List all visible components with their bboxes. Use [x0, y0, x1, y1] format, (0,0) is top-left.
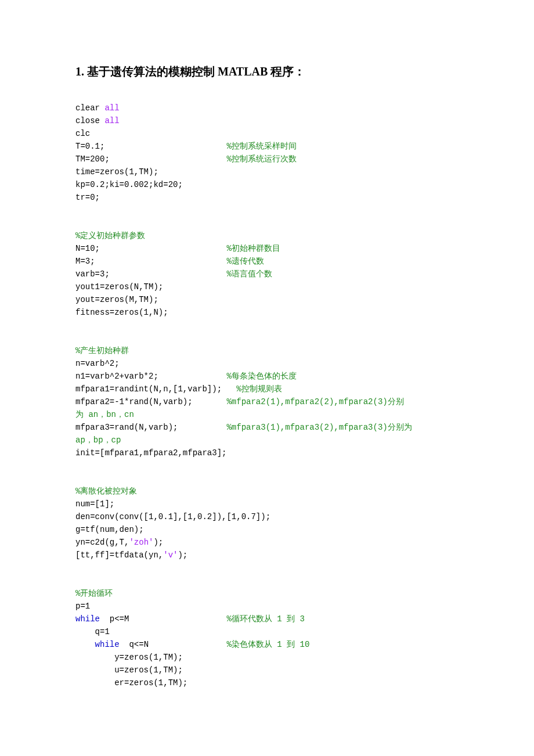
code-line: mfpara1=randint(N,n,[1,varb]); %控制规则表	[75, 384, 282, 394]
code-line: num=[1];	[75, 499, 114, 509]
code-line: kp=0.2;ki=0.002;kd=20;	[75, 180, 183, 189]
code-line: mfpara2=-1*rand(N,varb); %mfpara2(1),mfp…	[75, 397, 404, 406]
code-line: g=tf(num,den);	[75, 525, 144, 534]
section-heading: 1. 基于遗传算法的模糊控制 MATLAB 程序：	[75, 64, 459, 80]
code-line: yout=zeros(M,TM);	[75, 295, 158, 304]
matlab-source-code: clear all close all clc T=0.1; %控制系统采样时间…	[75, 89, 459, 689]
code-line: clc	[75, 129, 90, 138]
code-line: M=3; %遗传代数	[75, 257, 264, 266]
code-line: [tt,ff]=tfdata(yn,'v');	[75, 550, 187, 560]
code-line: mfpara3=rand(N,varb); %mfpara3(1),mfpara…	[75, 423, 412, 432]
code-comment-continuation: ap，bp，cp	[75, 435, 121, 445]
code-line: TM=200; %控制系统运行次数	[75, 154, 297, 164]
code-comment: %定义初始种群参数	[75, 231, 145, 240]
code-line: q=1	[75, 627, 110, 636]
code-comment: %开始循环	[75, 589, 113, 598]
code-line: N=10; %初始种群数目	[75, 244, 280, 253]
code-line: u=zeros(1,TM);	[75, 665, 183, 675]
code-line: T=0.1; %控制系统采样时间	[75, 142, 297, 151]
code-line: yn=c2d(g,T,'zoh');	[75, 538, 163, 547]
code-line: den=conv(conv([1,0.1],[1,0.2]),[1,0.7]);	[75, 512, 270, 521]
code-line: p=1	[75, 602, 90, 611]
code-line: init=[mfpara1,mfpara2,mfpara3];	[75, 448, 226, 458]
code-comment-continuation: 为 an，bn，cn	[75, 410, 134, 419]
code-line: fitness=zeros(1,N);	[75, 308, 168, 317]
code-line: time=zeros(1,TM);	[75, 167, 158, 177]
code-line: n1=varb^2+varb*2; %每条染色体的长度	[75, 372, 297, 381]
code-line: close all	[75, 116, 120, 125]
code-line: er=zeros(1,TM);	[75, 678, 187, 687]
code-line: n=varb^2;	[75, 359, 120, 368]
document-page: 1. 基于遗传算法的模糊控制 MATLAB 程序： clear all clos…	[0, 0, 534, 756]
code-line: while q<=N %染色体数从 1 到 10	[75, 640, 309, 649]
code-line: varb=3; %语言值个数	[75, 269, 272, 279]
code-line: while p<=M %循环代数从 1 到 3	[75, 614, 305, 624]
code-line: y=zeros(1,TM);	[75, 653, 183, 662]
code-line: tr=0;	[75, 193, 100, 202]
code-comment: %离散化被控对象	[75, 487, 137, 496]
code-line: yout1=zeros(N,TM);	[75, 282, 163, 291]
code-comment: %产生初始种群	[75, 346, 129, 355]
code-line: clear all	[75, 103, 120, 113]
